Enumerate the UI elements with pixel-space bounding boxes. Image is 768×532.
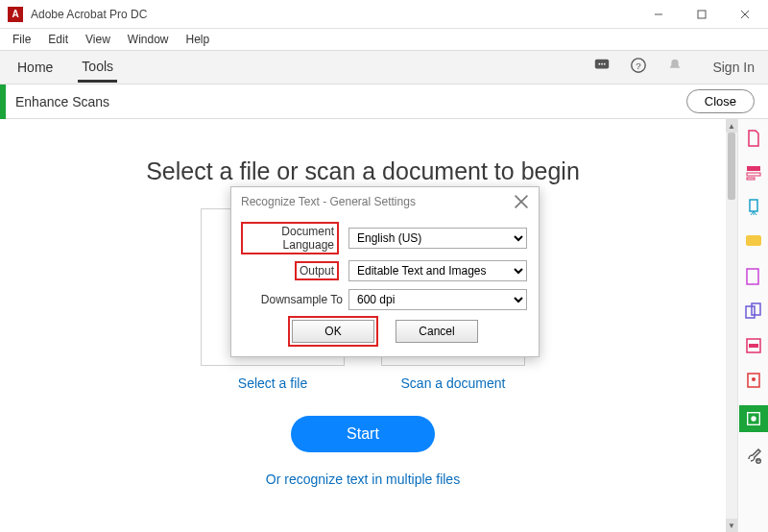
svg-point-6 [602,63,604,65]
more-tools-icon[interactable]: + [744,447,763,467]
svg-point-20 [752,377,756,381]
ok-button[interactable]: OK [292,320,374,343]
scan-document-label[interactable]: Scan a document [381,375,525,391]
help-icon[interactable]: ? [630,57,647,78]
tab-home[interactable]: Home [13,54,57,81]
close-feature-button[interactable]: Close [686,89,755,113]
recognize-text-dialog: Recognize Text - General Settings Docume… [230,186,540,357]
svg-rect-13 [746,235,761,246]
svg-text:+: + [756,457,760,466]
app-icon: A [8,7,23,22]
feature-toolbar: Enhance Scans Close [0,85,768,119]
output-select[interactable]: Editable Text and Images [348,260,527,281]
feature-accent-bar [0,85,6,119]
recognize-multiple-link[interactable]: Or recognize text in multiple files [0,472,726,487]
export-pdf-icon[interactable] [744,198,763,217]
scroll-thumb[interactable] [728,133,735,200]
svg-rect-18 [749,344,758,348]
svg-rect-14 [747,269,758,284]
close-window-button[interactable] [723,1,766,28]
vertical-scrollbar[interactable]: ▲ ▼ [726,119,737,532]
select-file-label[interactable]: Select a file [201,375,345,391]
maximize-button[interactable] [680,1,723,28]
downsample-select[interactable]: 600 dpi [348,289,527,310]
minimize-button[interactable] [636,1,680,28]
dialog-close-icon[interactable] [514,194,529,209]
downsample-label: Downsample To [243,293,348,306]
window-titlebar: A Adobe Acrobat Pro DC [0,0,768,29]
menu-window[interactable]: Window [121,31,176,48]
svg-point-7 [604,63,606,65]
create-pdf-icon[interactable] [744,129,763,148]
svg-point-22 [751,416,756,421]
cancel-button[interactable]: Cancel [396,320,478,343]
document-language-select[interactable]: English (US) [348,228,527,249]
document-language-label: Document Language [243,224,337,253]
tab-tools[interactable]: Tools [78,53,117,83]
output-label: Output [297,263,337,278]
menu-help[interactable]: Help [180,31,217,48]
right-tool-panel: + [737,119,768,532]
protect-icon[interactable] [744,371,763,390]
svg-rect-1 [698,11,706,18]
feature-title: Enhance Scans [15,94,109,109]
redact-icon[interactable] [744,336,763,355]
comment-tool-icon[interactable] [744,232,763,252]
svg-text:?: ? [636,60,642,71]
svg-point-5 [599,63,601,65]
menu-view[interactable]: View [79,31,117,48]
combine-icon[interactable] [744,302,763,321]
sign-in-link[interactable]: Sign In [712,60,755,75]
scroll-up-arrow[interactable]: ▲ [726,119,737,133]
tabbar: Home Tools ? Sign In [0,50,768,85]
window-title: Adobe Acrobat Pro DC [31,8,636,21]
comment-icon[interactable] [593,57,611,78]
svg-rect-12 [747,178,755,180]
svg-rect-15 [746,306,755,318]
bell-icon[interactable] [666,57,684,78]
enhance-scans-icon[interactable] [739,405,768,432]
scroll-down-arrow[interactable]: ▼ [726,519,737,532]
edit-pdf-icon[interactable] [744,163,763,182]
start-button[interactable]: Start [291,416,435,452]
menu-file[interactable]: File [6,31,37,48]
svg-rect-10 [747,166,760,171]
organize-icon[interactable] [744,267,763,286]
svg-rect-11 [747,173,760,176]
menubar: File Edit View Window Help [0,29,768,50]
dialog-title: Recognize Text - General Settings [241,195,416,208]
page-headline: Select a file or scan a document to begi… [0,157,726,185]
svg-rect-16 [752,303,760,315]
menu-edit[interactable]: Edit [41,31,75,48]
